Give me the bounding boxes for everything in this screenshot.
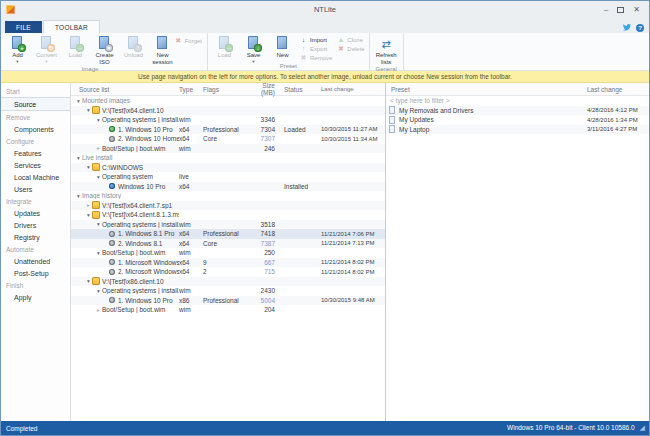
collapse-arrow-icon[interactable]: ▾ xyxy=(95,288,102,294)
sidebar-item-components[interactable]: Components xyxy=(1,123,70,135)
source-row-label: Boot/Setup | boot.wim xyxy=(102,145,165,152)
collapse-arrow-icon[interactable]: ▾ xyxy=(85,212,92,218)
source-row[interactable]: ▾Operating systems | install.wimwim3518 xyxy=(71,220,385,230)
column-preset[interactable]: Preset xyxy=(386,86,587,93)
tab-file[interactable]: FILE xyxy=(5,21,42,33)
source-row[interactable]: ▾Mounted images xyxy=(71,96,385,106)
collapse-arrow-icon[interactable]: ▾ xyxy=(85,278,92,284)
source-row[interactable]: ▾Operating systemlive xyxy=(71,172,385,182)
preset-load-icon: → xyxy=(217,36,232,51)
source-row-label: V:\[Test]\x86.client.10 xyxy=(102,278,164,285)
expand-arrow-icon[interactable]: ▸ xyxy=(85,202,92,208)
source-row[interactable]: ▾Image history xyxy=(71,191,385,201)
preset-row[interactable]: My Updates4/28/2016 1:34 PM xyxy=(386,115,649,125)
sidebar-item-unattended[interactable]: Unattended xyxy=(1,255,70,267)
unload-icon: ↑ xyxy=(126,36,141,51)
preset-row[interactable]: My Laptop3/11/2016 4:27 PM xyxy=(386,125,649,135)
sidebar-item-drivers[interactable]: Drivers xyxy=(1,219,70,231)
sidebar-item-updates[interactable]: Updates xyxy=(1,207,70,219)
export-button: ↑Export xyxy=(297,45,334,53)
collapse-arrow-icon[interactable]: ▾ xyxy=(95,250,102,256)
help-icon[interactable]: ? xyxy=(636,24,644,32)
twitter-icon[interactable] xyxy=(622,23,632,32)
resize-grip[interactable]: ◢ xyxy=(640,424,645,432)
toolbar: ✖Forget+Add▾↻Convert▾→LoadCreate ISO↑Unl… xyxy=(1,33,649,71)
clone-button: ▲Clone xyxy=(334,36,366,44)
source-row[interactable]: 1. Windows 10 Prox86Professional500410/3… xyxy=(71,296,385,306)
source-row[interactable]: ▾Boot/Setup | boot.wimwim250 xyxy=(71,248,385,258)
refresh-lists-button[interactable]: ⇄Refresh lists xyxy=(372,33,401,66)
source-row[interactable]: ▾V:\[Test]\x86.client.10 xyxy=(71,277,385,287)
source-row-label: Operating systems | install.wim xyxy=(102,116,179,123)
sidebar-item-post-setup[interactable]: Post-Setup xyxy=(1,267,70,279)
collapse-arrow-icon[interactable]: ▾ xyxy=(75,193,82,199)
source-row[interactable]: 2. Microsoft Windows Setup (x64)x6427151… xyxy=(71,267,385,277)
source-row-label: Windows 10 Pro xyxy=(118,183,165,190)
source-row[interactable]: ▸V:\[Test]\x64.client.7.sp1 xyxy=(71,201,385,211)
expand-arrow-icon[interactable]: ▸ xyxy=(95,307,102,313)
save-button[interactable]: ↓Save▾ xyxy=(239,33,268,63)
dot-gray-icon xyxy=(109,297,115,303)
import-button[interactable]: ↓Import xyxy=(297,36,334,44)
column-flags[interactable]: Flags xyxy=(203,86,247,93)
source-row-label: Mounted images xyxy=(82,97,130,104)
column-source-list[interactable]: Source list xyxy=(71,86,179,93)
collapse-arrow-icon[interactable]: ▾ xyxy=(85,107,92,113)
image-folder-icon xyxy=(92,106,100,114)
collapse-arrow-icon[interactable]: ▾ xyxy=(85,164,92,170)
source-row[interactable]: 2. Windows 10 Homex64Core730710/30/2015 … xyxy=(71,134,385,144)
sidebar-item-services[interactable]: Services xyxy=(1,159,70,171)
source-row-label: Live install xyxy=(82,154,112,161)
column-type[interactable]: Type xyxy=(179,86,203,93)
collapse-arrow-icon[interactable]: ▾ xyxy=(75,98,82,104)
image-folder-icon xyxy=(92,163,100,171)
sidebar-item-source[interactable]: Source xyxy=(1,97,70,111)
minimize-button[interactable]: – xyxy=(604,6,608,14)
collapse-arrow-icon[interactable]: ▾ xyxy=(95,174,102,180)
new-button[interactable]: New xyxy=(268,33,297,63)
sidebar-item-apply[interactable]: Apply xyxy=(1,291,70,303)
column-preset-last-change[interactable]: Last change xyxy=(587,86,649,93)
unload-button: ↑Unload xyxy=(119,33,148,66)
source-row[interactable]: ▾Operating systems | install.wimwim3346 xyxy=(71,115,385,125)
sidebar-item-features[interactable]: Features xyxy=(1,147,70,159)
source-row[interactable]: Windows 10 Prox64Installed xyxy=(71,182,385,192)
source-row[interactable]: ▾V:\[Test]\x64.client.8.1.3.msdn xyxy=(71,210,385,220)
source-row[interactable]: ▾C:\WINDOWS xyxy=(71,163,385,173)
preset-new-icon xyxy=(275,36,290,51)
preset-row[interactable]: My Removals and Drivers4/28/2016 4:12 PM xyxy=(386,106,649,116)
source-row[interactable]: ▾Live install xyxy=(71,153,385,163)
source-row[interactable]: ▾V:\[Test]\x64.client.10 xyxy=(71,106,385,116)
collapse-arrow-icon[interactable]: ▾ xyxy=(95,117,102,123)
tab-toolbar[interactable]: TOOLBAR xyxy=(43,20,100,33)
remove-button: ✖Remove xyxy=(297,54,334,62)
collapse-arrow-icon[interactable]: ▾ xyxy=(95,221,102,227)
source-row[interactable]: 1. Microsoft Windows PE (x64)x64966711/2… xyxy=(71,258,385,268)
sidebar-item-registry[interactable]: Registry xyxy=(1,231,70,243)
preset-name: My Updates xyxy=(399,116,434,123)
source-row[interactable]: 1. Windows 10 Prox64Professional7304Load… xyxy=(71,125,385,135)
add-icon: + xyxy=(10,36,25,51)
source-row[interactable]: 1. Windows 8.1 Prox64Professional741811/… xyxy=(71,229,385,239)
source-row[interactable]: ▸Boot/Setup | boot.wimwim204 xyxy=(71,305,385,315)
create-iso-button[interactable]: Create ISO xyxy=(90,33,119,66)
preset-filter-input[interactable]: < type here to filter > xyxy=(386,96,649,106)
source-row[interactable]: ▸Boot/Setup | boot.wimwim246 xyxy=(71,144,385,154)
source-row[interactable]: ▾Operating systems | install.wimwim2430 xyxy=(71,286,385,296)
maximize-button[interactable] xyxy=(617,7,624,13)
column-status[interactable]: Status xyxy=(277,86,321,93)
source-row-label: 1. Windows 8.1 Pro xyxy=(118,230,174,237)
preset-file-icon xyxy=(389,116,395,124)
sidebar-section-integrate: Integrate xyxy=(1,195,70,207)
toolbar-group-general: ⇄Refresh listsGeneral xyxy=(370,33,404,70)
expand-arrow-icon[interactable]: ▸ xyxy=(95,145,102,151)
sidebar-item-local-machine[interactable]: Local Machine xyxy=(1,171,70,183)
add-button[interactable]: +Add▾ xyxy=(3,33,32,66)
sidebar-item-users[interactable]: Users xyxy=(1,183,70,195)
column-last-change[interactable]: Last change xyxy=(321,86,385,92)
collapse-arrow-icon[interactable]: ▾ xyxy=(75,155,82,161)
source-row-label: V:\[Test]\x64.client.7.sp1 xyxy=(102,202,172,209)
column-size[interactable]: Size (MB) xyxy=(247,83,277,96)
source-row[interactable]: 2. Windows 8.1x64Core738711/21/2014 7:13… xyxy=(71,239,385,249)
close-button[interactable]: ✕ xyxy=(633,6,640,14)
